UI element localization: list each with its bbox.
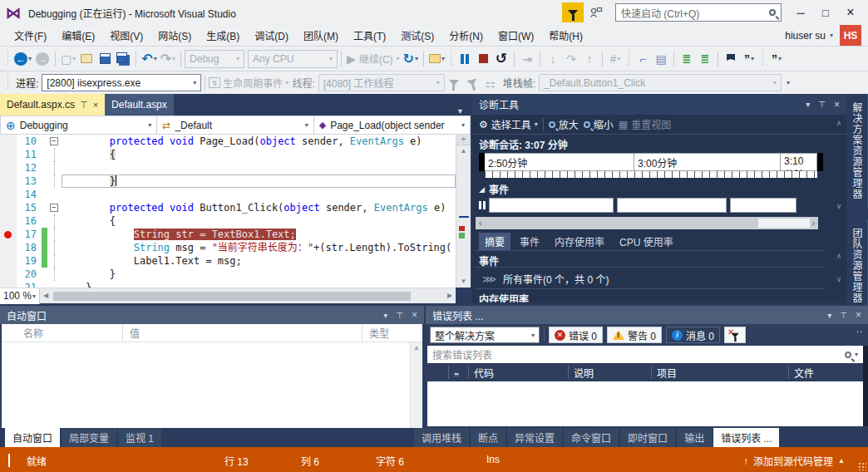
tab-call-stack[interactable]: 调用堆栈 xyxy=(414,428,469,447)
window-position-icon[interactable]: ▾ xyxy=(383,311,387,320)
stack-frame-dropdown[interactable]: _Default.Button1_Click▾ xyxy=(539,74,782,91)
type-dropdown[interactable]: ⇄ _Default▾ xyxy=(157,116,313,135)
autos-vertical-scrollbar[interactable]: ▲ xyxy=(410,342,422,428)
tab-events[interactable]: 事件 xyxy=(514,233,545,250)
menu-help[interactable]: 帮助(H) xyxy=(541,25,590,46)
breakpoint-margin[interactable] xyxy=(0,188,17,201)
code-line[interactable]: 16 { xyxy=(0,214,456,228)
decrease-indent-button[interactable]: ≣ xyxy=(678,50,696,68)
breakpoint-margin[interactable] xyxy=(0,241,17,254)
breakpoint-margin[interactable] xyxy=(0,281,17,288)
tab-exception-settings[interactable]: 异常设置 xyxy=(507,428,562,447)
tab-overflow-icon[interactable]: ▼ xyxy=(450,107,471,116)
new-file-button[interactable]: ▢▾ xyxy=(59,50,77,68)
scope-dropdown[interactable]: 整个解决方案▾ xyxy=(430,327,540,343)
scroll-up-icon[interactable]: ∧ xyxy=(833,119,845,127)
tab-default-aspx[interactable]: Default.aspx xyxy=(105,94,174,116)
column-severity[interactable]: ❠ xyxy=(449,366,469,379)
autos-content[interactable]: ▲ xyxy=(2,342,422,428)
show-next-statement-button[interactable]: ⇥ xyxy=(518,50,536,68)
error-list-content[interactable] xyxy=(427,381,863,426)
line-number-button[interactable]: #▾ xyxy=(606,50,624,68)
add-to-source-control-button[interactable]: ↑ 添加到源代码管理 ▲ xyxy=(743,454,845,468)
tab-autos-window[interactable]: 自动窗口 xyxy=(5,428,60,447)
scrollbar-thumb[interactable] xyxy=(758,219,810,228)
menu-build[interactable]: 生成(B) xyxy=(199,25,247,46)
refresh-button[interactable]: ↻▾ xyxy=(402,50,420,68)
break-all-button[interactable] xyxy=(456,50,474,68)
breakpoint-margin[interactable] xyxy=(0,201,17,214)
pin-icon[interactable]: ⊤ xyxy=(396,311,403,320)
tab-error-list[interactable]: 错误列表 ... xyxy=(713,428,779,447)
toolbar-drag-grip[interactable] xyxy=(6,52,10,66)
zoom-out-button[interactable]: 缩小 xyxy=(584,117,614,131)
column-name[interactable]: 名称 xyxy=(17,324,123,342)
zoom-in-button[interactable]: 放大 xyxy=(549,117,579,131)
code-line[interactable]: 10− protected void Page_Load(object send… xyxy=(0,135,456,148)
send-feedback-icon[interactable] xyxy=(587,3,605,22)
breakpoint-margin[interactable] xyxy=(0,161,17,175)
sidebar-tab-solution-explorer[interactable]: 解决方案资源管理器 xyxy=(846,94,868,208)
scroll-up-icon[interactable]: ∧ xyxy=(833,252,845,260)
menu-team[interactable]: 团队(M) xyxy=(296,25,346,46)
menu-view[interactable]: 视图(V) xyxy=(102,25,150,46)
increase-indent-button[interactable]: ≣ xyxy=(696,50,714,68)
code-line[interactable]: 19 Label1.Text = msg; xyxy=(0,254,456,268)
tab-output[interactable]: 输出 xyxy=(677,428,712,447)
breakpoint-statement[interactable]: String str = TextBox1.Text; xyxy=(134,229,296,240)
code-text[interactable]: } xyxy=(62,281,456,288)
scroll-up-icon[interactable]: ▲ xyxy=(456,145,471,157)
pin-icon[interactable]: ⊤ xyxy=(840,311,847,320)
code-line[interactable]: 14 xyxy=(0,188,456,201)
select-tool-dropdown[interactable]: ⚙ 选择工具 ▾ xyxy=(479,117,538,131)
restart-button[interactable]: ↺ xyxy=(492,50,510,68)
breakpoint-margin[interactable] xyxy=(0,254,17,268)
open-file-button[interactable] xyxy=(77,50,96,68)
tab-cpu-usage[interactable]: CPU 使用率 xyxy=(614,233,679,250)
fold-margin[interactable] xyxy=(47,281,62,288)
column-value[interactable]: 值 xyxy=(123,324,362,342)
code-text[interactable]: Label1.Text = msg; xyxy=(62,254,456,268)
scroll-down-icon[interactable]: ∨ xyxy=(833,275,845,283)
code-text[interactable]: } xyxy=(62,268,456,281)
close-icon[interactable]: × xyxy=(412,309,417,321)
toolbar-overflow-icon[interactable]: ▾ xyxy=(787,79,790,86)
scroll-right-icon[interactable]: › xyxy=(812,219,815,228)
code-text[interactable]: protected void Page_Load(object sender, … xyxy=(62,135,456,148)
toolbar-drag-grip[interactable] xyxy=(449,52,453,66)
window-position-icon[interactable]: ▾ xyxy=(806,100,810,109)
step-out-button[interactable]: ↑ xyxy=(580,50,599,68)
fold-collapse-icon[interactable]: − xyxy=(50,137,58,145)
redo-button[interactable]: ↷▾ xyxy=(159,50,177,68)
code-text[interactable]: } xyxy=(62,175,456,188)
step-into-button[interactable]: ↓ xyxy=(544,50,562,68)
member-dropdown[interactable]: ◆ Page_Load(object sender▾ xyxy=(314,116,471,135)
scroll-down-icon[interactable]: ∨ xyxy=(833,202,845,210)
tab-immediate-window[interactable]: 即时窗口 xyxy=(620,428,675,447)
code-line[interactable]: 18 String msg = "当前字符串长度为："+(str.Length)… xyxy=(0,241,456,254)
avatar[interactable]: HS xyxy=(840,25,861,46)
continue-button[interactable]: ▶ 继续(C)▾ xyxy=(345,50,401,68)
sidebar-tab-team-explorer[interactable]: 团队资源管理器 xyxy=(846,219,868,312)
stop-debugging-button[interactable] xyxy=(474,50,492,68)
column-type[interactable]: 类型 xyxy=(362,324,422,342)
menu-edit[interactable]: 编辑(E) xyxy=(54,25,102,46)
panel-title-bar[interactable]: 自动窗口 ▾ ⊤ × xyxy=(0,306,424,324)
toolbar-overflow-icon[interactable]: '' xyxy=(856,329,864,341)
breakpoint-margin[interactable] xyxy=(0,214,17,228)
uncomment-button[interactable]: ”▾ xyxy=(767,50,786,68)
pin-icon[interactable]: ⊤ xyxy=(80,100,88,111)
thread-dropdown[interactable]: [4080] 工作线程▾ xyxy=(318,74,445,91)
code-line[interactable]: 21 } xyxy=(0,281,456,288)
reset-view-button[interactable]: ▦ 重置视图 xyxy=(619,117,671,131)
close-icon[interactable]: × xyxy=(834,99,840,111)
timeline-ruler[interactable]: 2:50分钟 3:00分钟 3:10分钟 xyxy=(479,153,823,171)
suspend-threads-button[interactable]: ⚏ xyxy=(481,74,500,92)
feedback-filter-icon[interactable] xyxy=(562,2,584,22)
fold-margin[interactable] xyxy=(47,268,62,281)
code-text[interactable]: String str = TextBox1.Text; xyxy=(62,228,456,241)
menu-website[interactable]: 网站(S) xyxy=(150,25,199,46)
code-text[interactable]: { xyxy=(62,214,456,228)
fold-margin[interactable] xyxy=(47,228,62,241)
navigate-back-button[interactable]: ←▾ xyxy=(12,50,33,68)
